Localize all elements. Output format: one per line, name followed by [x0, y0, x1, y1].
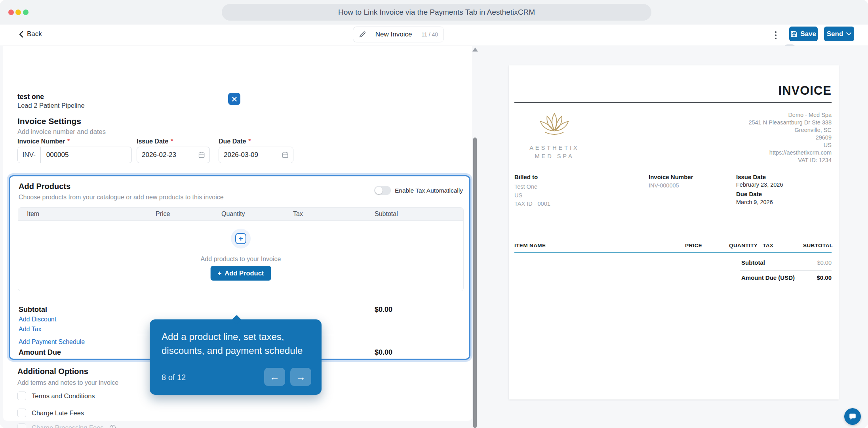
preview-column-tax: TAX	[763, 243, 773, 248]
preview-amount-due-value: $0.00	[817, 274, 832, 281]
preview-invoice-number-label: Invoice Number	[649, 174, 693, 180]
issue-date-label: Issue Date*	[137, 138, 173, 145]
add-tax-link[interactable]: Add Tax	[19, 326, 42, 333]
chat-launcher-button[interactable]	[844, 408, 861, 425]
chevron-left-icon	[19, 31, 23, 38]
plus-icon[interactable]: +	[235, 233, 246, 244]
enable-tax-label: Enable Tax Automatically	[395, 187, 463, 194]
add-products-title: Add Products	[19, 182, 70, 191]
save-label: Save	[800, 30, 816, 38]
additional-options-subtitle: Add terms and notes to your invoice	[17, 379, 118, 386]
column-subtotal: Subtotal	[375, 210, 398, 218]
add-product-label: Add Product	[225, 269, 264, 277]
due-date-label: Due Date*	[219, 138, 251, 145]
invoice-number-label: Invoice Number*	[17, 138, 70, 145]
preview-due-date-value: March 9, 2026	[736, 199, 773, 205]
scrollbar-thumb[interactable]	[473, 138, 477, 428]
calendar-icon	[198, 151, 205, 159]
arrow-right-icon: →	[296, 371, 306, 383]
products-empty-state: + Add products to your Invoice + Add Pro…	[18, 221, 463, 291]
tutorial-prev-button[interactable]: ←	[264, 368, 285, 386]
option-charge-late-fees: Charge Late Fees	[17, 409, 84, 417]
required-marker: *	[248, 138, 251, 145]
window-title: How to Link Invoice via the Payments Tab…	[222, 4, 651, 21]
preview-amount-due-label: Amount Due (USD)	[741, 274, 795, 281]
title-rule	[514, 102, 832, 103]
invoice-number-group: INV-	[17, 147, 132, 163]
invoice-preview-card: INVOICE AESTHETIX MED SPA Demo - Med Spa…	[509, 65, 839, 399]
issue-date-input[interactable]	[137, 147, 210, 163]
app-header: Back New Invoice 11 / 40 Save Send	[0, 25, 868, 46]
billed-to-label: Billed to	[514, 174, 538, 180]
due-date-value[interactable]	[224, 151, 282, 159]
lotus-logo-icon	[537, 110, 572, 141]
pencil-icon	[359, 31, 366, 38]
scroll-up-arrow[interactable]	[472, 48, 478, 52]
products-table: Item Price Quantity Tax Subtotal + Add p…	[18, 207, 464, 291]
preview-issue-date-value: February 23, 2026	[736, 182, 783, 188]
info-icon[interactable]	[109, 424, 116, 428]
amount-due-label: Amount Due	[19, 348, 61, 357]
invoice-title-field[interactable]: New Invoice 11 / 40	[353, 27, 444, 42]
subtotal-row: Subtotal $0.00	[19, 306, 392, 314]
amount-due-value: $0.00	[375, 348, 392, 357]
billed-to-lines: Test One US TAX ID - 0001	[514, 183, 550, 208]
add-payment-schedule-link[interactable]: Add Payment Schedule	[19, 338, 85, 346]
calendar-icon	[282, 151, 288, 159]
send-button[interactable]: Send	[824, 27, 854, 41]
window-title-text: How to Link Invoice via the Payments Tab…	[338, 8, 535, 17]
subtotal-value: $0.00	[375, 306, 392, 314]
company-logo: AESTHETIX MED SPA	[521, 110, 588, 159]
save-button[interactable]: Save	[789, 27, 818, 41]
tax-toggle-row: Enable Tax Automatically	[374, 186, 463, 195]
app-window: How to Link Invoice via the Payments Tab…	[0, 0, 868, 428]
required-marker: *	[171, 138, 173, 145]
chat-bubble-icon	[848, 412, 857, 421]
lead-name: test one	[17, 93, 44, 101]
invoice-preview-title: INVOICE	[779, 84, 832, 98]
checkbox	[17, 423, 26, 428]
remove-lead-button[interactable]	[228, 93, 240, 105]
minimize-window-button[interactable]	[15, 10, 21, 15]
invoice-number-prefix: INV-	[18, 147, 41, 163]
lead-pipeline: Lead 2 Patient Pipeline	[17, 102, 85, 109]
company-address: Demo - Med Spa 2541 N Pleasantburg Dr St…	[748, 111, 832, 164]
column-tax: Tax	[293, 210, 303, 218]
additional-options-title: Additional Options	[17, 367, 88, 376]
checkbox[interactable]	[17, 392, 26, 400]
logo-name-line2: MED SPA	[521, 153, 588, 159]
tutorial-tooltip: Add a product line, set taxes, discounts…	[150, 319, 322, 395]
required-marker: *	[67, 138, 70, 145]
preview-column-subtotal: SUBTOTAL	[803, 243, 833, 248]
send-label: Send	[827, 30, 843, 38]
column-quantity: Quantity	[221, 210, 245, 218]
zoom-window-button[interactable]	[23, 10, 29, 15]
invoice-number-input[interactable]	[41, 151, 131, 159]
products-table-header: Item Price Quantity Tax Subtotal	[18, 208, 463, 221]
preview-column-price: PRICE	[685, 243, 702, 248]
preview-invoice-number-value: INV-000005	[649, 182, 679, 190]
add-product-button[interactable]: + Add Product	[211, 266, 271, 281]
checkbox[interactable]	[17, 409, 26, 417]
titlebar: How to Link Invoice via the Payments Tab…	[0, 0, 868, 25]
plus-icon: +	[218, 269, 222, 277]
invoice-settings-title: Invoice Settings	[17, 117, 81, 126]
column-item: Item	[27, 210, 39, 218]
tutorial-next-button[interactable]: →	[290, 368, 311, 386]
preview-column-quantity: QUANTITY	[729, 243, 758, 248]
close-window-button[interactable]	[8, 10, 14, 15]
column-price: Price	[156, 210, 170, 218]
plus-icon-halo: +	[231, 229, 251, 248]
doc-title: New Invoice	[366, 31, 421, 38]
due-date-input[interactable]	[219, 147, 293, 163]
enable-tax-toggle[interactable]	[374, 186, 391, 195]
save-icon	[791, 31, 797, 37]
issue-date-value[interactable]	[142, 151, 198, 159]
preview-issue-date-label: Issue Date	[736, 174, 766, 180]
preview-due-date-label: Due Date	[736, 191, 762, 197]
add-discount-link[interactable]: Add Discount	[19, 316, 56, 323]
more-options-button[interactable]	[770, 29, 782, 42]
logo-name-line1: AESTHETIX	[521, 145, 588, 151]
toggle-knob	[375, 187, 383, 194]
back-button[interactable]: Back	[19, 30, 42, 38]
